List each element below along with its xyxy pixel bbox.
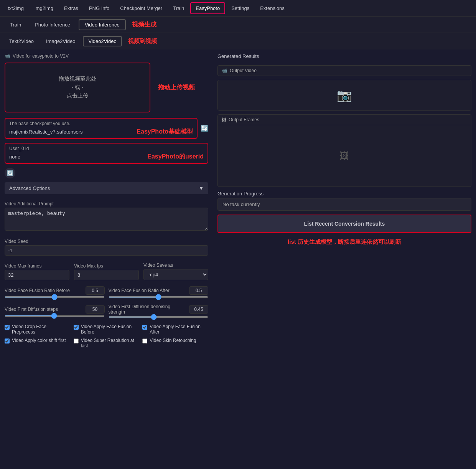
checkbox-fusion-before-input[interactable]	[74, 325, 79, 330]
checkbox-fusion-after[interactable]: Video Apply Face Fusion After	[142, 324, 208, 335]
progress-label: Generation Progress	[217, 191, 471, 197]
checkbox-color-shift-label: Video Apply color shift first	[12, 338, 66, 343]
tab-train[interactable]: Train	[5, 20, 26, 30]
nav-easyphoto[interactable]: EasyPhoto	[190, 2, 225, 14]
denoising-label: Video First Diffusion denoising strength	[109, 304, 186, 315]
advanced-options-header[interactable]: Advanced Options ▼	[5, 182, 208, 194]
diffusion-steps-value[interactable]: 50	[86, 305, 105, 314]
video-camera-icon: 📹	[5, 53, 10, 59]
checkbox-color-shift-input[interactable]	[5, 339, 10, 343]
no-task-label: No task currently	[222, 201, 260, 207]
upload-hint-red: 拖动上传视频	[158, 84, 195, 92]
top-nav: txt2img img2img Extras PNG Info Checkpoi…	[0, 0, 476, 17]
face-fusion-before-value[interactable]: 0.5	[86, 286, 105, 295]
upload-line1: 拖放视频至此处	[59, 76, 96, 83]
tab-photo-inference[interactable]: Photo Inference	[30, 20, 76, 30]
nav-png-info[interactable]: PNG Info	[84, 3, 114, 13]
checkbox-crop-face-label: Video Crop Face Preprocess	[12, 324, 71, 335]
checkbox-super-resolution-label: Video Super Resolution at last	[81, 338, 140, 348]
checkbox-grid: Video Crop Face Preprocess Video Apply F…	[5, 324, 208, 348]
generated-results-label: Generated Results	[217, 53, 471, 59]
video-cam-placeholder-icon: 📷	[337, 88, 352, 102]
checkbox-fusion-before[interactable]: Video Apply Face Fusion Before	[74, 324, 140, 335]
face-fusion-row: Video Face Fusion Ratio Before 0.5 Video…	[5, 286, 208, 298]
subtab-video2video[interactable]: Video2Video	[83, 36, 122, 46]
video-preview-area: 📷	[217, 80, 471, 111]
prompt-textarea[interactable]	[5, 208, 208, 231]
main-tab-bar: Train Photo Inference Video Inference 视频…	[0, 17, 476, 33]
userid-section: User_0 id none EasyPhoto的userid	[5, 143, 208, 164]
face-fusion-before-slider[interactable]	[5, 296, 105, 298]
face-fusion-after-slider[interactable]	[109, 296, 209, 298]
base-checkpoint-red: EasyPhoto基础模型	[137, 128, 193, 136]
denoising-section: Video First Diffusion denoising strength…	[109, 304, 209, 318]
diffusion-steps-label: Video First Diffusion steps	[5, 307, 82, 312]
save-as-col: Video Save as mp4 gif webm	[143, 259, 208, 280]
nav-train[interactable]: Train	[168, 3, 189, 13]
max-frames-col: Video Max frames	[5, 260, 69, 280]
checkbox-super-resolution-input[interactable]	[74, 339, 79, 343]
output-frame-header: 🖼 Output Frames	[218, 115, 471, 125]
denoising-slider[interactable]	[109, 316, 209, 318]
save-as-select[interactable]: mp4 gif webm	[143, 269, 208, 280]
checkbox-super-resolution[interactable]: Video Super Resolution at last	[74, 338, 140, 348]
diffusion-steps-slider[interactable]	[5, 315, 105, 317]
nav-txt2img[interactable]: txt2img	[3, 3, 28, 13]
output-frames-label: Output Frames	[229, 117, 259, 122]
checkbox-skin-retouching[interactable]: Video Skin Retouching	[142, 338, 208, 348]
upload-area[interactable]: 拖放视频至此处 - 或 - 点击上传	[5, 63, 150, 112]
subtab-image2video[interactable]: Image2Video	[41, 37, 80, 46]
checkbox-color-shift[interactable]: Video Apply color shift first	[5, 338, 71, 348]
output-frame-box: 🖼 Output Frames 🖼	[217, 114, 471, 187]
max-fps-input[interactable]	[74, 270, 139, 280]
nav-checkpoint-merger[interactable]: Checkpoint Merger	[115, 3, 167, 13]
denoising-value[interactable]: 0.45	[189, 305, 208, 314]
seed-label: Video Seed	[5, 239, 208, 244]
max-frames-input[interactable]	[5, 270, 69, 280]
nav-extensions[interactable]: Extensions	[255, 3, 289, 13]
three-col-row: Video Max frames Video Max fps Video Sav…	[5, 259, 208, 280]
nav-extras[interactable]: Extras	[59, 3, 83, 13]
subtab-text2video[interactable]: Text2Video	[5, 37, 38, 46]
progress-box: No task currently	[217, 198, 471, 211]
video-icon-small: 📹	[222, 68, 227, 73]
userid-value[interactable]: none	[9, 154, 145, 160]
userid-red: EasyPhoto的userid	[147, 153, 204, 161]
video-label-row: 📹 Video for easyphoto to V2V	[5, 53, 208, 59]
max-fps-col: Video Max fps	[74, 260, 139, 280]
nav-settings[interactable]: Settings	[227, 3, 254, 13]
prompt-section: Video Additional Prompt	[5, 198, 208, 232]
base-checkpoint-section: The base checkpoint you use. majicmixRea…	[5, 118, 198, 139]
image-placeholder-icon: 🖼	[340, 150, 349, 161]
userid-label: User_0 id	[9, 146, 204, 151]
checkbox-fusion-after-input[interactable]	[142, 325, 147, 330]
base-checkpoint-value: majicmixRealistic_v7.safetensors	[9, 129, 134, 135]
left-panel: 📹 Video for easyphoto to V2V 拖放视频至此处 - 或…	[0, 50, 213, 352]
checkbox-crop-face[interactable]: Video Crop Face Preprocess	[5, 324, 71, 335]
face-fusion-after-section: Video Face Fusion Ratio After 0.5	[109, 286, 209, 298]
face-fusion-after-value[interactable]: 0.5	[189, 286, 208, 295]
output-frames-icon: 🖼	[222, 117, 226, 122]
tab-video-inference[interactable]: Video Inference	[79, 19, 126, 30]
output-video-box: 📹 Output Video	[217, 65, 471, 76]
tab-label-red: 视频生成	[132, 21, 156, 29]
checkbox-crop-face-input[interactable]	[5, 325, 10, 330]
main-layout: 📹 Video for easyphoto to V2V 拖放视频至此处 - 或…	[0, 50, 476, 352]
small-refresh-button[interactable]: 🔄	[5, 168, 15, 178]
diffusion-row: Video First Diffusion steps 50 Video Fir…	[5, 304, 208, 318]
refresh-checkpoint-icon[interactable]: 🔄	[201, 125, 208, 132]
prompt-label: Video Additional Prompt	[5, 201, 208, 206]
sub-tab-bar: Text2Video Image2Video Video2Video 视频到视频	[0, 33, 476, 50]
face-fusion-after-label: Video Face Fusion Ratio After	[109, 288, 186, 293]
upload-line2: - 或 -	[71, 84, 83, 91]
seed-section: Video Seed	[5, 236, 208, 256]
upload-line3: 点击上传	[67, 92, 88, 99]
seed-input[interactable]	[5, 245, 208, 256]
nav-img2img[interactable]: img2img	[30, 3, 58, 13]
checkbox-skin-retouching-input[interactable]	[142, 339, 147, 343]
checkbox-fusion-before-label: Video Apply Face Fusion Before	[81, 324, 140, 335]
list-recent-results-button[interactable]: List Recent Conversion Results	[217, 215, 471, 233]
save-as-label: Video Save as	[143, 263, 208, 268]
face-fusion-before-section: Video Face Fusion Ratio Before 0.5	[5, 286, 105, 298]
hint-red-large: list 历史生成模型，断接后重连依然可以刷新	[217, 238, 471, 246]
